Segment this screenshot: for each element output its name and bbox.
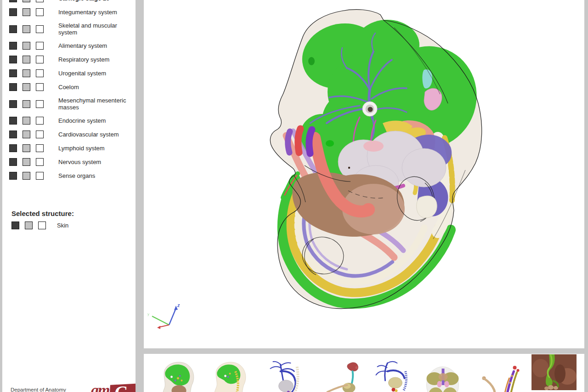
system-label: Integumentary system	[58, 9, 117, 16]
thumb-mesenchymal-masses[interactable]	[421, 358, 464, 392]
axis-z-label: z	[177, 302, 180, 308]
system-row-mesenchymal: Mesenchymal mesenteric masses	[9, 97, 136, 111]
visibility-checkbox-dark[interactable]	[9, 144, 17, 152]
viewport-3d[interactable]: z y	[144, 0, 584, 348]
limb-bud	[417, 196, 437, 218]
orientation-axes: z y	[147, 302, 180, 329]
thumb-cardiovascular[interactable]	[370, 358, 414, 392]
thumb-stomach-photo[interactable]	[531, 354, 575, 392]
visibility-checkbox-mid[interactable]	[23, 69, 30, 77]
system-row-integumentary: Integumentary system	[9, 8, 136, 16]
stage-checkbox-dark[interactable]	[9, 0, 17, 2]
selected-structure-block: Selected structure: Skin	[11, 210, 74, 229]
visibility-checkbox-empty[interactable]	[36, 131, 44, 138]
thumb-embryo-skin-skeletal[interactable]	[206, 358, 249, 392]
system-label: Endocrine system	[58, 117, 106, 124]
visibility-checkbox-mid[interactable]	[23, 8, 30, 16]
system-row-alimentary: Alimentary system	[9, 42, 136, 50]
system-label: Cardiovascular system	[58, 131, 119, 138]
stage-header-label: Carnegie stage 16	[58, 0, 109, 2]
system-row-skeletal: Skeletal and muscular system	[9, 22, 136, 36]
visibility-checkbox-mid[interactable]	[23, 172, 30, 180]
visibility-checkbox-empty[interactable]	[36, 158, 44, 166]
visibility-checkbox-empty[interactable]	[36, 56, 44, 63]
visibility-checkbox-dark[interactable]	[9, 25, 17, 33]
axis-y-label: y	[147, 312, 149, 316]
visibility-checkbox-mid[interactable]	[23, 117, 30, 125]
filmstrip	[144, 354, 584, 392]
system-label: Urogenital system	[58, 70, 106, 77]
system-row-lymphoid: Lymphoid system	[9, 144, 136, 152]
visibility-checkbox-dark[interactable]	[9, 117, 17, 125]
system-label: Lymphoid system	[58, 145, 105, 152]
visibility-checkbox-dark[interactable]	[9, 83, 17, 91]
system-label: Respiratory system	[58, 56, 109, 63]
selected-checkbox-mid[interactable]	[25, 222, 33, 229]
selected-checkbox-dark[interactable]	[11, 222, 19, 229]
thumb-urogenital-strands[interactable]	[477, 358, 520, 392]
visibility-checkbox-mid[interactable]	[23, 100, 30, 108]
visibility-checkbox-dark[interactable]	[9, 69, 17, 77]
amc-logo-text: am	[91, 383, 109, 392]
stage-checkbox-empty[interactable]	[36, 0, 44, 2]
visibility-checkbox-dark[interactable]	[9, 172, 17, 180]
visibility-checkbox-mid[interactable]	[23, 144, 30, 152]
system-label: Skeletal and muscular system	[58, 22, 136, 36]
visibility-checkbox-empty[interactable]	[36, 25, 44, 33]
selected-structure-heading: Selected structure:	[11, 210, 74, 217]
visibility-checkbox-empty[interactable]	[36, 83, 44, 91]
visibility-checkbox-empty[interactable]	[36, 69, 44, 77]
stage-header-row: Carnegie stage 16	[9, 0, 136, 2]
sidebar-systems-panel: Carnegie stage 16 Integumentary system S…	[2, 0, 136, 392]
visibility-checkbox-empty[interactable]	[36, 144, 44, 152]
eye	[362, 102, 377, 116]
system-label: Nervous system	[58, 159, 101, 165]
visibility-checkbox-mid[interactable]	[23, 42, 30, 50]
visibility-checkbox-empty[interactable]	[36, 8, 44, 16]
system-row-sense-organs: Sense organs	[9, 172, 136, 180]
thumb-embryo-complete[interactable]	[154, 358, 198, 392]
system-list: Carnegie stage 16 Integumentary system S…	[2, 0, 136, 180]
department-label: Department of Anatomy	[11, 387, 66, 392]
visibility-checkbox-dark[interactable]	[9, 8, 17, 16]
system-row-respiratory: Respiratory system	[9, 56, 136, 63]
selected-structure-value: Skin	[57, 222, 68, 229]
visibility-checkbox-mid[interactable]	[23, 25, 30, 33]
amc-logo: am C	[91, 383, 136, 392]
thumb-alimentary-sparse[interactable]	[319, 358, 363, 392]
system-row-urogenital: Urogenital system	[9, 69, 136, 77]
amc-logo-flag: C	[109, 383, 136, 392]
visibility-checkbox-empty[interactable]	[36, 42, 44, 50]
visibility-checkbox-dark[interactable]	[9, 56, 17, 63]
system-row-endocrine: Endocrine system	[9, 117, 136, 125]
stage-checkbox-mid[interactable]	[23, 0, 30, 2]
visibility-checkbox-empty[interactable]	[36, 172, 44, 180]
visibility-checkbox-mid[interactable]	[23, 83, 30, 91]
system-label: Sense organs	[58, 172, 95, 179]
embryo-model: z y	[144, 0, 584, 348]
selected-checkbox-empty[interactable]	[38, 222, 46, 229]
visibility-checkbox-dark[interactable]	[9, 158, 17, 166]
system-label: Alimentary system	[58, 42, 107, 49]
visibility-checkbox-dark[interactable]	[9, 100, 17, 108]
visibility-checkbox-dark[interactable]	[9, 42, 17, 50]
visibility-checkbox-empty[interactable]	[36, 117, 44, 125]
system-label: Coelom	[58, 84, 79, 91]
system-row-cardiovascular: Cardiovascular system	[9, 131, 136, 138]
system-row-nervous: Nervous system	[9, 158, 136, 166]
visibility-checkbox-empty[interactable]	[36, 100, 44, 108]
visibility-checkbox-mid[interactable]	[23, 131, 30, 138]
system-label: Mesenchymal mesenteric masses	[58, 97, 136, 111]
selected-structure-row: Skin	[11, 222, 74, 229]
visibility-checkbox-mid[interactable]	[23, 56, 30, 63]
visibility-checkbox-mid[interactable]	[23, 158, 30, 166]
thumb-vascular-tree[interactable]	[262, 358, 305, 392]
system-row-coelom: Coelom	[9, 83, 136, 91]
visibility-checkbox-dark[interactable]	[9, 131, 17, 138]
